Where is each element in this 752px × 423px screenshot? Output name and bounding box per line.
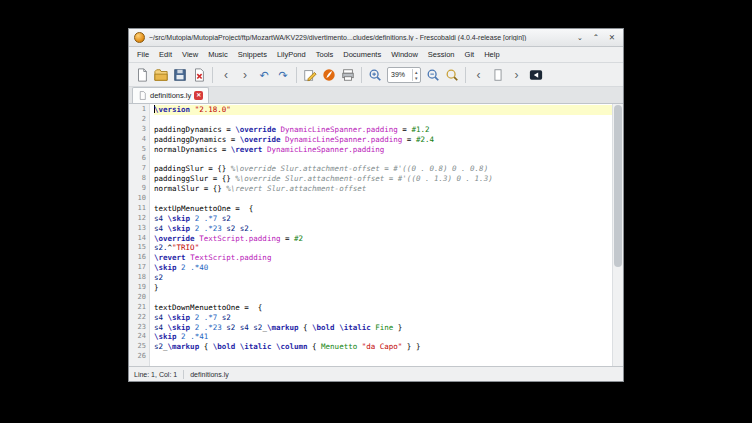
toolbar-separator [361, 67, 362, 83]
back-icon: ‹ [224, 67, 228, 83]
code-line[interactable]: \skip 2 .*40 [154, 263, 612, 273]
line-number: 18 [129, 273, 146, 283]
line-number-gutter: 1234567891011121314151617181920212223242… [129, 104, 150, 366]
status-bar: Line: 1, Col: 1 definitions.ly [129, 366, 623, 381]
menu-window[interactable]: Window [386, 50, 423, 59]
code-line[interactable]: s4 \skip 2 .*23 s2 s4 s2_\markup { \bold… [154, 323, 612, 333]
code-line[interactable]: paddingDynamics = \override DynamicLineS… [154, 125, 612, 135]
close-button[interactable]: ✕ [606, 32, 618, 44]
line-number: 23 [129, 323, 146, 333]
code-line[interactable]: s4 \skip 2 .*7 s2 [154, 214, 612, 224]
maximize-button[interactable]: ⌃ [590, 32, 602, 44]
code-line[interactable]: textDownMenuettoOne = { [154, 303, 612, 313]
zoom-spin-arrows[interactable]: ▴ ▾ [412, 69, 420, 81]
code-line[interactable]: \version "2.18.0" [154, 105, 612, 115]
menu-tools[interactable]: Tools [311, 50, 339, 59]
zoom-in-icon [368, 68, 382, 82]
page-number-button[interactable] [489, 66, 507, 84]
tab-close-button[interactable]: ✕ [194, 91, 203, 100]
code-line[interactable]: paddingSlur = {} %\override Slur.attachm… [154, 164, 612, 174]
tab-label: definitions.ly [150, 91, 191, 100]
next-page-button[interactable]: › [508, 66, 526, 84]
zoom-out-button[interactable] [424, 66, 442, 84]
vertical-scrollbar[interactable] [612, 104, 623, 366]
code-line[interactable] [154, 194, 612, 204]
code-line[interactable]: normalDynamics = \revert DynamicLineSpan… [154, 145, 612, 155]
code-line[interactable]: paddinggSlur = {} %\override Slur.attach… [154, 174, 612, 184]
line-number: 5 [129, 145, 146, 155]
toolbar-separator [465, 67, 466, 83]
menu-session[interactable]: Session [423, 50, 460, 59]
scrollbar-thumb[interactable] [614, 105, 622, 267]
next-page-icon: › [515, 67, 519, 83]
magnifier-button[interactable] [443, 66, 461, 84]
engrave-button[interactable] [320, 66, 338, 84]
code-line[interactable]: } [154, 283, 612, 293]
print-button[interactable] [339, 66, 357, 84]
clear-button[interactable] [527, 66, 545, 84]
menu-music[interactable]: Music [203, 50, 233, 59]
menu-view[interactable]: View [177, 50, 203, 59]
code-line[interactable] [154, 115, 612, 125]
tab-definitions-ly[interactable]: definitions.ly ✕ [132, 87, 209, 103]
line-number: 17 [129, 263, 146, 273]
menu-help[interactable]: Help [479, 50, 504, 59]
zoom-in-button[interactable] [366, 66, 384, 84]
menu-lilypond[interactable]: LilyPond [272, 50, 311, 59]
code-line[interactable]: s4 \skip 2 .*23 s2 s2. [154, 224, 612, 234]
previous-page-button[interactable]: ‹ [470, 66, 488, 84]
open-document-button[interactable] [152, 66, 170, 84]
line-number: 6 [129, 154, 146, 164]
code-line[interactable]: s2_\markup { \bold \italic \column { Men… [154, 342, 612, 352]
line-number: 9 [129, 184, 146, 194]
menu-git[interactable]: Git [460, 50, 480, 59]
minimize-button[interactable]: ⌄ [574, 32, 586, 44]
save-button[interactable] [171, 66, 189, 84]
line-number: 1 [129, 105, 146, 115]
back-button[interactable]: ‹ [217, 66, 235, 84]
zoom-level-value: 39% [388, 71, 412, 78]
title-bar[interactable]: ~/src/Mutopia/MutopiaProject/ftp/MozartW… [129, 29, 623, 47]
line-number: 22 [129, 313, 146, 323]
menu-edit[interactable]: Edit [154, 50, 177, 59]
line-number: 25 [129, 342, 146, 352]
code-line[interactable]: s2.^"TRIO" [154, 243, 612, 253]
line-number: 10 [129, 194, 146, 204]
line-number: 24 [129, 332, 146, 342]
forward-button[interactable]: › [236, 66, 254, 84]
line-number: 14 [129, 234, 146, 244]
toolbar-separator [296, 67, 297, 83]
frescobaldi-window: ~/src/Mutopia/MutopiaProject/ftp/MozartW… [128, 28, 624, 382]
code-line[interactable]: paddinggDynamics = \override DynamicLine… [154, 135, 612, 145]
code-area[interactable]: \version "2.18.0"paddingDynamics = \over… [150, 104, 612, 366]
menu-snippets[interactable]: Snippets [233, 50, 272, 59]
code-line[interactable]: s2 [154, 273, 612, 283]
code-line[interactable] [154, 352, 612, 362]
desktop: ~/src/Mutopia/MutopiaProject/ftp/MozartW… [0, 0, 752, 423]
menu-file[interactable]: File [132, 50, 154, 59]
code-line[interactable] [154, 293, 612, 303]
page-icon [491, 68, 505, 82]
code-line[interactable]: s4 \skip 2 .*7 s2 [154, 313, 612, 323]
zoom-level-select[interactable]: 39% ▴ ▾ [387, 67, 421, 83]
code-line[interactable] [154, 154, 612, 164]
lilypond-icon [322, 68, 336, 82]
editor: 1234567891011121314151617181920212223242… [129, 104, 623, 366]
spin-down-icon[interactable]: ▾ [415, 75, 418, 81]
redo-button[interactable]: ↷ [274, 66, 292, 84]
code-line[interactable]: textUpMenuettoOne = { [154, 204, 612, 214]
edit-button[interactable] [301, 66, 319, 84]
previous-page-icon: ‹ [477, 67, 481, 83]
menu-documents[interactable]: Documents [338, 50, 386, 59]
save-icon [173, 68, 187, 82]
code-line[interactable]: \revert TextScript.padding [154, 253, 612, 263]
code-line[interactable]: \skip 2 .*41 [154, 332, 612, 342]
statusbar-separator [183, 370, 184, 379]
undo-button[interactable]: ↶ [255, 66, 273, 84]
clear-backspace-icon [529, 68, 543, 82]
line-number: 11 [129, 204, 146, 214]
close-document-button[interactable] [190, 66, 208, 84]
new-document-button[interactable] [133, 66, 151, 84]
code-line[interactable]: normalSlur = {} %\revert Slur.attachment… [154, 184, 612, 194]
code-line[interactable]: \override TextScript.padding = #2 [154, 234, 612, 244]
